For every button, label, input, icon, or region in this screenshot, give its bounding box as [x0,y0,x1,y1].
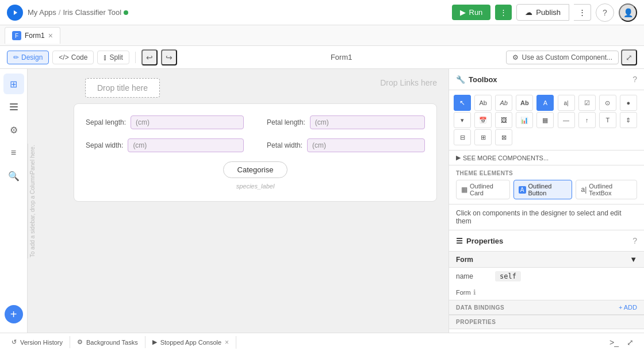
sidebar-item-search[interactable]: 🔍 [3,165,24,186]
publish-more-button[interactable]: ⋮ [574,4,591,21]
design-label: Design [21,53,43,61]
hstack2-tool[interactable]: ⊠ [495,129,512,145]
toolbar-separator [135,52,136,63]
check-tool[interactable]: ☑ [578,95,596,111]
tab-form1[interactable]: F Form1 × [5,27,60,44]
publish-label: Publish [536,8,561,17]
terminal-button[interactable]: >_ [607,335,621,349]
properties-section-label: PROPERTIES [456,319,496,325]
undo-icon: ↩ [146,53,153,62]
pointer-tool[interactable]: ↖ [454,95,471,111]
form-section-label: Form [456,256,473,264]
text-tool-ab3[interactable]: Ab [516,95,533,111]
properties-help-icon[interactable]: ? [632,236,637,245]
vstack-tool[interactable]: ⊞ [474,129,492,145]
sidebar-item-nav[interactable]: ≡ [3,142,24,163]
petal-width-input[interactable]: (cm) [307,138,425,152]
undo-button[interactable]: ↩ [141,49,158,65]
design-button[interactable]: ✏ Design [7,51,49,64]
form-link-label: Form [456,289,471,296]
canvas-area[interactable]: To add a sidebar, drop a ColumnPanel her… [28,69,448,333]
version-history-tab[interactable]: ↺ Version History [5,336,70,348]
app-logo [7,5,23,21]
add-binding-button[interactable]: + ADD [619,304,637,311]
sidebar-item-settings[interactable]: ⚙ [3,119,24,140]
background-tasks-label: Background Tasks [86,339,138,346]
form-link[interactable]: Form ℹ [456,288,476,296]
upload-tool[interactable]: ↑ [578,112,596,128]
data-bindings-header: DATA BINDINGS + ADD [449,300,644,315]
expand-button[interactable]: ⤢ [621,49,637,65]
text-tool-ab1[interactable]: Ab [474,95,492,111]
table-tool[interactable]: ▦ [536,112,554,128]
stopped-console-label: Stopped App Console [160,339,221,346]
code-button[interactable]: </> Code [52,51,94,64]
background-tasks-tab[interactable]: ⚙ Background Tasks [70,336,145,348]
avatar-button[interactable]: 👤 [619,3,637,22]
drop-title[interactable]: Drop title here [85,78,160,98]
redo-button[interactable]: ↪ [161,49,177,65]
top-bar-left: My Apps / Iris Classifier Tool [7,5,128,21]
breadcrumb-apps[interactable]: My Apps [28,8,56,17]
toggle-tool[interactable]: ● [620,95,637,111]
see-more-components[interactable]: ▶ SEE MORE COMPONENTS... [449,151,644,165]
publish-button[interactable]: ☁ Publish [516,4,569,21]
radio-tool[interactable]: ⊙ [599,95,616,111]
svg-rect-3 [10,106,18,107]
console-close-icon[interactable]: × [225,338,229,346]
form-row-2: Sepal width: (cm) Petal width: (cm) [86,138,425,152]
outlined-card-item[interactable]: ▦ Outlined Card [456,180,510,199]
redo-icon: ↪ [166,53,172,62]
help-icon: ? [603,8,607,17]
outlined-button-item[interactable]: A Outlined Button [513,180,573,199]
bottom-expand-button[interactable]: ⤢ [623,335,637,349]
date-tool[interactable]: 📅 [474,112,492,128]
outlined-textbox-item[interactable]: a| Outlined TextBox [576,180,637,199]
petal-length-input[interactable]: (cm) [310,115,425,129]
app-console-tab[interactable]: ▶ Stopped App Console × [145,336,236,349]
custom-component-button[interactable]: ⚙ Use as Custom Component... [506,51,619,64]
petal-width-label: Petal width: [267,141,302,149]
categorise-button[interactable]: Categorise [223,161,288,178]
hline-tool[interactable]: — [558,112,575,128]
help-button[interactable]: ? [596,3,614,22]
sepal-length-input[interactable]: (cm) [131,115,244,129]
sidebar-hint: To add a sidebar, drop a ColumnPanel her… [28,144,37,259]
svg-rect-2 [10,103,18,105]
dropdown-tool[interactable]: ▾ [454,112,471,128]
sidebar-item-components[interactable]: ⊞ [3,74,24,94]
petal-width-field: Petal width: (cm) [267,138,425,152]
add-button[interactable]: + [5,305,23,323]
input-tool[interactable]: a| [558,95,575,111]
toolbox-title: 🔧 Toolbox [456,75,497,84]
tab-bar: F Form1 × [0,25,644,46]
toolbox-help-icon[interactable]: ? [632,75,637,84]
properties-header: ☰ Properties ? [449,230,644,251]
hstack-tool[interactable]: ⊟ [454,129,471,145]
split-icon: ⫿ [103,53,107,61]
tab-form1-close[interactable]: × [48,31,53,40]
version-history-label: Version History [20,339,63,346]
chart-tool[interactable]: 📊 [516,112,533,128]
theme-items: ▦ Outlined Card A Outlined Button a| Out… [456,180,637,199]
run-button[interactable]: ▶ Run [452,5,491,20]
run-more-button[interactable]: ⋮ [495,5,512,20]
sepal-width-label: Sepal width: [86,141,123,149]
text-tool-ab2[interactable]: Ab [495,95,512,111]
button-tool[interactable]: A [536,95,554,111]
code-icon: </> [59,53,68,61]
drop-links[interactable]: Drop Links here [380,78,437,87]
petal-length-unit: (cm) [315,118,329,126]
sidebar-item-data[interactable] [3,97,24,117]
run-label: Run [469,8,483,17]
form-collapse-icon[interactable]: ▼ [630,255,637,264]
spacer-tool[interactable]: ⇕ [620,112,637,128]
sepal-width-input[interactable]: (cm) [128,138,244,152]
image-tool[interactable]: 🖼 [495,112,512,128]
split-button[interactable]: ⫿ Split [97,51,129,64]
status-indicator [124,10,128,15]
properties-section-header: PROPERTIES [449,315,644,329]
sepal-length-unit: (cm) [136,118,150,126]
chevron-right-icon: ▶ [456,154,461,161]
text2-tool[interactable]: T [599,112,616,128]
